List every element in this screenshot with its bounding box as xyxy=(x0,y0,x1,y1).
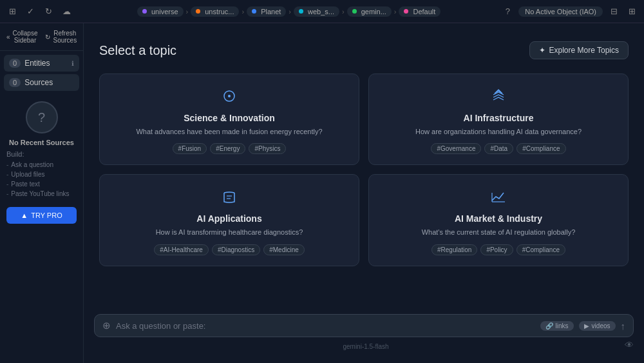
question-icon: ? xyxy=(38,110,45,125)
breadcrumb-unstruc[interactable]: unstruc... xyxy=(191,6,239,17)
topbar: ⊞ ✓ ↻ ☁ universe › unstruc... › Planet ›… xyxy=(0,0,644,23)
upload-files-link[interactable]: Upload files xyxy=(6,170,70,179)
refresh-label: Refresh Sources xyxy=(53,30,77,44)
cloud-icon[interactable]: ☁ xyxy=(59,5,73,19)
recent-links: Ask a question Upload files Paste text P… xyxy=(6,161,70,198)
breadcrumb-gemini[interactable]: gemin... xyxy=(347,6,392,17)
refresh-icon: ↻ xyxy=(45,34,50,41)
refresh-icon[interactable]: ↻ xyxy=(41,5,55,19)
breadcrumb-universe[interactable]: universe xyxy=(137,6,184,17)
content-header: Select a topic ✦ Explore More Topics xyxy=(99,41,629,59)
breadcrumb-dot xyxy=(252,9,256,14)
explore-icon: ✦ xyxy=(539,46,545,55)
topbar-left-icons: ⊞ ✓ ↻ ☁ xyxy=(5,5,73,19)
no-active-label: No Active Object (IAO) xyxy=(525,8,596,15)
science-tags: #Fusion #Energy #Physics xyxy=(173,143,287,154)
attach-icon[interactable]: ⊕ xyxy=(102,320,111,331)
videos-chip[interactable]: ▶ videos xyxy=(579,321,616,331)
link-icon: 🔗 xyxy=(545,322,553,329)
videos-label: videos xyxy=(592,322,611,329)
layout-icon[interactable]: ⊟ xyxy=(607,5,621,19)
tag: #Diagnostics xyxy=(212,244,260,255)
ai-apps-tags: #AI-Healthcare #Diagnostics #Medicine xyxy=(154,244,305,255)
tag: #Data xyxy=(484,143,513,154)
tag: #Policy xyxy=(480,244,513,255)
ai-infra-desc: How are organizations handling AI data g… xyxy=(415,127,582,137)
try-pro-button[interactable]: ▲ TRY PRO xyxy=(6,207,77,224)
topic-card-ai-market[interactable]: AI Market & Industry What's the current … xyxy=(368,174,629,266)
breadcrumb-planet[interactable]: Planet xyxy=(247,6,286,17)
breadcrumb-sep: › xyxy=(394,8,397,15)
expand-icon[interactable]: ⊞ xyxy=(625,5,639,19)
info-icon: ℹ xyxy=(71,60,74,67)
model-label: gemini-1.5-flash xyxy=(343,343,388,350)
breadcrumb-default[interactable]: Default xyxy=(399,6,440,17)
sidebar: « Collapse Sidebar ↻ Refresh Sources 0 E… xyxy=(0,23,84,363)
links-label: links xyxy=(556,322,569,329)
topbar-right: ? No Active Object (IAO) ⊟ ⊞ xyxy=(500,5,639,19)
breadcrumb-dot xyxy=(352,9,357,14)
sidebar-nav: 0 Entities ℹ 0 Sources xyxy=(0,51,83,95)
topics-grid: Science & Innovation What advances have … xyxy=(99,74,629,266)
avatar: ? xyxy=(26,101,58,133)
grid-icon[interactable]: ⊞ xyxy=(5,5,19,19)
breadcrumb-label: Planet xyxy=(261,8,281,15)
build-label: Build: xyxy=(6,150,24,158)
breadcrumb-sep: › xyxy=(186,8,189,15)
breadcrumb-sep: › xyxy=(289,8,291,15)
breadcrumb-dot xyxy=(299,9,303,14)
explore-label: Explore More Topics xyxy=(549,46,620,55)
breadcrumb-label: universe xyxy=(151,8,178,15)
svg-point-1 xyxy=(228,95,231,97)
ai-apps-icon xyxy=(219,186,240,207)
help-icon[interactable]: ? xyxy=(500,5,515,19)
paste-text-link[interactable]: Paste text xyxy=(6,180,70,188)
ai-market-title: AI Market & Industry xyxy=(455,213,542,224)
topic-card-science[interactable]: Science & Innovation What advances have … xyxy=(99,74,359,165)
sidebar-item-entities[interactable]: 0 Entities ℹ xyxy=(4,55,79,72)
breadcrumb-sep: › xyxy=(242,8,244,15)
science-icon xyxy=(219,86,240,106)
breadcrumb-sep: › xyxy=(342,8,345,15)
tag: #Medicine xyxy=(263,244,305,255)
ai-infra-icon xyxy=(488,86,509,106)
tag: #Governance xyxy=(431,143,481,154)
breadcrumb-label: Default xyxy=(413,8,435,15)
sources-label: Sources xyxy=(24,78,74,87)
tag: #Physics xyxy=(249,143,286,154)
paste-youtube-link[interactable]: Paste YouTube links xyxy=(6,190,70,198)
ai-apps-title: AI Applications xyxy=(196,213,261,224)
entities-label: Entities xyxy=(24,59,68,68)
ai-infra-tags: #Governance #Data #Compliance xyxy=(431,143,565,154)
ai-infra-title: AI Infrastructure xyxy=(464,113,534,123)
search-input[interactable] xyxy=(116,321,535,331)
send-icon[interactable]: ↑ xyxy=(621,320,626,331)
tag: #Compliance xyxy=(516,143,565,154)
explore-more-button[interactable]: ✦ Explore More Topics xyxy=(529,41,629,59)
breadcrumb-label: gemin... xyxy=(361,8,386,15)
content-area: Select a topic ✦ Explore More Topics Sci xyxy=(84,23,644,363)
ai-apps-desc: How is AI transforming healthcare diagno… xyxy=(156,228,303,237)
no-active-object-button[interactable]: No Active Object (IAO) xyxy=(518,6,603,17)
eye-icon[interactable]: 👁 xyxy=(625,340,634,350)
sidebar-recent: ? No Recent Sources Build: Ask a questio… xyxy=(0,95,83,198)
topic-card-ai-apps[interactable]: AI Applications How is AI transforming h… xyxy=(99,174,359,266)
pro-icon: ▲ xyxy=(21,211,28,219)
check-icon[interactable]: ✓ xyxy=(23,5,37,19)
tag: #Regulation xyxy=(431,244,477,255)
sidebar-item-sources[interactable]: 0 Sources xyxy=(4,74,79,91)
sidebar-header: « Collapse Sidebar ↻ Refresh Sources xyxy=(0,23,83,51)
ask-question-link[interactable]: Ask a question xyxy=(6,161,70,169)
science-desc: What advances have been made in fusion e… xyxy=(136,127,322,137)
refresh-sources-button[interactable]: ↻ Refresh Sources xyxy=(43,27,79,46)
breadcrumb-dot xyxy=(196,9,200,14)
tag: #Energy xyxy=(210,143,245,154)
input-row: ⊕ 🔗 links ▶ videos ↑ xyxy=(94,314,634,337)
breadcrumb-web[interactable]: web_s... xyxy=(294,6,339,17)
links-chip[interactable]: 🔗 links xyxy=(540,321,574,331)
collapse-label: Collapse Sidebar xyxy=(13,30,38,44)
tag: #Fusion xyxy=(173,143,207,154)
topic-card-ai-infra[interactable]: AI Infrastructure How are organizations … xyxy=(368,74,629,165)
collapse-sidebar-button[interactable]: « Collapse Sidebar xyxy=(4,27,40,46)
ai-market-icon xyxy=(488,186,509,207)
